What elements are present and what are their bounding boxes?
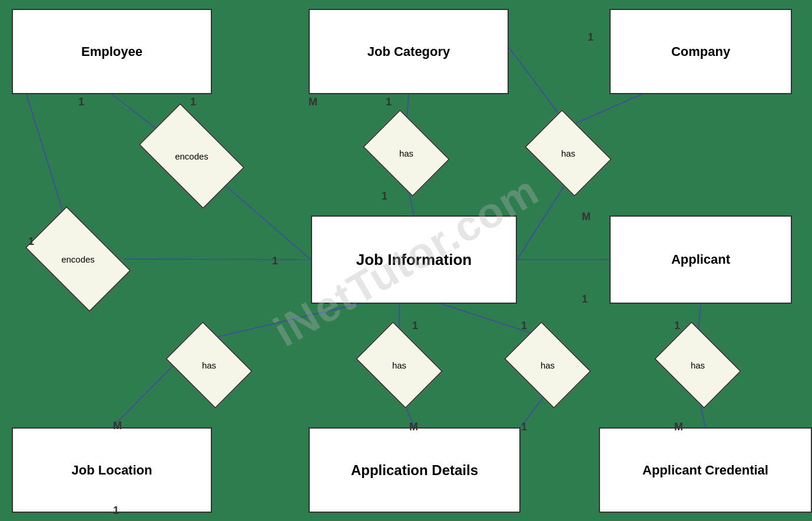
card-to-jobinfo-1: 1 bbox=[272, 255, 278, 267]
card-encodes-left-1: 1 bbox=[28, 235, 34, 248]
entity-job-category-label: Job Category bbox=[367, 44, 450, 59]
diamond-has-bottom-center-label: has bbox=[392, 360, 406, 370]
diamond-has-bottom-left-label: has bbox=[202, 360, 216, 370]
entity-job-location: Job Location bbox=[12, 427, 212, 513]
entity-applicant-label: Applicant bbox=[671, 252, 730, 267]
card-joblocation-1: 1 bbox=[113, 505, 119, 517]
diamond-encodes-top: encodes bbox=[146, 127, 237, 185]
entity-applicant: Applicant bbox=[609, 215, 792, 304]
entity-job-information-label: Job Information bbox=[356, 251, 472, 269]
svg-line-10 bbox=[210, 304, 359, 339]
card-applicantcred-m: M bbox=[674, 421, 683, 433]
card-hasbottomright2-1: 1 bbox=[521, 320, 527, 332]
diamond-encodes-left: encodes bbox=[32, 230, 124, 288]
entity-application-details: Application Details bbox=[309, 427, 521, 513]
entity-employee: Employee bbox=[12, 9, 212, 94]
svg-line-11 bbox=[112, 365, 174, 427]
diamond-has-top-center-label: has bbox=[399, 148, 413, 158]
card-appdetails-1: 1 bbox=[521, 421, 527, 433]
svg-line-8 bbox=[517, 180, 568, 260]
card-hasbottomcenter-m: M bbox=[409, 421, 418, 433]
entity-company-label: Company bbox=[671, 44, 730, 59]
diamond-has-bottom-center: has bbox=[364, 339, 435, 391]
svg-line-7 bbox=[568, 94, 642, 127]
diamond-has-applicant: has bbox=[662, 339, 733, 391]
card-company-1: 1 bbox=[588, 31, 594, 44]
diamond-encodes-top-label: encodes bbox=[175, 151, 208, 161]
card-employee-encodes-top: 1 bbox=[190, 96, 196, 108]
card-jobinfo-hasbottom-1: 1 bbox=[412, 320, 418, 332]
entity-job-information: Job Information bbox=[311, 215, 517, 304]
entity-application-details-label: Application Details bbox=[351, 462, 478, 479]
diagram-container: Employee Job Category Company Job Inform… bbox=[0, 0, 812, 521]
entity-applicant-credential: Applicant Credential bbox=[599, 427, 812, 513]
card-jobcat-encodes-m: M bbox=[309, 96, 317, 108]
card-hasbottomleft-m: M bbox=[113, 420, 122, 432]
card-hastop-jobinfo-1: 1 bbox=[382, 190, 387, 203]
diamond-has-top-right: has bbox=[533, 127, 604, 180]
diamond-has-bottom-right2: has bbox=[512, 339, 583, 391]
svg-line-3 bbox=[124, 259, 311, 260]
card-hasapplicant-1: 1 bbox=[674, 320, 680, 332]
entity-company: Company bbox=[609, 9, 792, 94]
card-jobinfo-applicant-m: M bbox=[582, 211, 591, 223]
diamond-encodes-left-label: encodes bbox=[61, 254, 95, 264]
card-jobinfo-applicant-1: 1 bbox=[582, 293, 588, 306]
entity-job-category: Job Category bbox=[309, 9, 509, 94]
diamond-has-bottom-left: has bbox=[174, 339, 244, 391]
entity-employee-label: Employee bbox=[81, 44, 142, 59]
card-employee-left: 1 bbox=[78, 96, 84, 108]
diamond-has-applicant-label: has bbox=[691, 360, 705, 370]
diamond-has-top-center: has bbox=[371, 127, 442, 180]
diamond-has-bottom-right2-label: has bbox=[541, 360, 555, 370]
entity-applicant-credential-label: Applicant Credential bbox=[642, 463, 768, 478]
entity-job-location-label: Job Location bbox=[72, 463, 153, 478]
card-jobcat-has-1: 1 bbox=[386, 96, 392, 108]
diamond-has-top-right-label: has bbox=[561, 148, 575, 158]
